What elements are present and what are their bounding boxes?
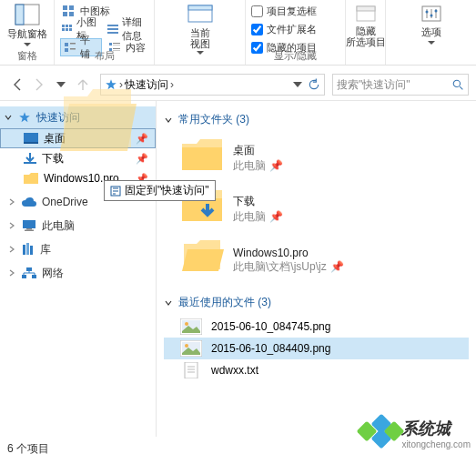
group-label-layout: 布局 bbox=[55, 49, 154, 63]
chevron-down-icon bbox=[164, 298, 173, 308]
search-box[interactable]: 搜索"快速访问" bbox=[332, 74, 469, 96]
desktop-icon bbox=[24, 133, 38, 144]
sidebar-item-label: 网络 bbox=[42, 266, 64, 281]
group-frequent-label: 常用文件夹 (3) bbox=[178, 112, 249, 127]
svg-rect-2 bbox=[63, 5, 67, 10]
sidebar-item-desktop[interactable]: 桌面 📌 bbox=[0, 128, 156, 148]
sidebar-network[interactable]: 网络 bbox=[0, 263, 156, 283]
chevron-down-icon bbox=[164, 116, 173, 125]
svg-rect-42 bbox=[26, 243, 29, 255]
pc-icon bbox=[22, 220, 36, 231]
svg-rect-9 bbox=[62, 28, 65, 31]
file-name: wdwxx.txt bbox=[211, 364, 258, 377]
details-icon bbox=[107, 23, 118, 35]
svg-rect-11 bbox=[69, 28, 72, 31]
dropdown-icon bbox=[24, 43, 31, 46]
nav-history-button[interactable] bbox=[51, 75, 71, 95]
item-sub: 此电脑 bbox=[233, 159, 266, 172]
pin-icon: 📌 bbox=[269, 210, 283, 223]
svg-rect-13 bbox=[107, 28, 118, 30]
chk-item-checkboxes[interactable]: 项目复选框 bbox=[251, 2, 339, 20]
file-item[interactable]: wdwxx.txt bbox=[164, 359, 469, 381]
sidebar-quick-access[interactable]: 快速访问 bbox=[0, 106, 156, 128]
file-item[interactable]: 2015-06-10_084409.png bbox=[164, 338, 469, 359]
folder-item-win10pro[interactable]: Windows10.pro 此电脑\文档\jsUp\jz📌 bbox=[164, 235, 469, 286]
options-button[interactable]: 选项 bbox=[420, 4, 443, 45]
ribbon-toolbar: 导航窗格 窗格 中图标 小图标 详细信息 平铺 bbox=[0, 0, 476, 66]
watermark: 系统城 xitongcheng.com bbox=[354, 415, 471, 451]
group-recent-files[interactable]: 最近使用的文件 (3) bbox=[164, 295, 469, 310]
svg-rect-37 bbox=[24, 162, 36, 164]
group-label-pane: 窗格 bbox=[0, 49, 54, 63]
svg-rect-4 bbox=[63, 12, 67, 16]
nav-pane-label: 导航窗格 bbox=[7, 27, 47, 41]
sidebar-quick-access-label: 快速访问 bbox=[36, 110, 80, 126]
nav-pane-button[interactable]: 导航窗格 bbox=[7, 4, 47, 46]
refresh-icon[interactable] bbox=[308, 78, 320, 91]
file-name: 2015-06-10_084745.png bbox=[211, 320, 330, 333]
item-name: 下载 bbox=[233, 194, 283, 209]
nav-forward-button[interactable] bbox=[29, 75, 49, 95]
current-view-label: 当前 视图 bbox=[190, 27, 210, 49]
chk-file-ext-label: 文件扩展名 bbox=[267, 23, 317, 36]
address-bar[interactable]: › 快速访问 › bbox=[100, 74, 325, 96]
svg-rect-15 bbox=[65, 43, 68, 46]
options-label: 选项 bbox=[421, 25, 441, 39]
svg-rect-44 bbox=[26, 267, 32, 271]
svg-rect-5 bbox=[69, 12, 74, 16]
checkbox-icon[interactable] bbox=[251, 5, 263, 17]
sidebar-item-label: OneDrive bbox=[42, 196, 88, 208]
hide-icon bbox=[354, 4, 378, 24]
svg-rect-19 bbox=[109, 43, 112, 45]
nav-pane-icon bbox=[15, 4, 40, 25]
watermark-url: xitongcheng.com bbox=[401, 439, 471, 449]
sidebar-item-label: 桌面 bbox=[44, 131, 66, 146]
dropdown-icon[interactable] bbox=[293, 82, 302, 87]
download-icon bbox=[24, 152, 36, 165]
sidebar-item-label: 下载 bbox=[42, 151, 64, 166]
image-file-icon bbox=[180, 340, 202, 357]
svg-rect-43 bbox=[30, 246, 33, 255]
nav-up-button[interactable] bbox=[73, 75, 93, 95]
svg-rect-21 bbox=[113, 45, 120, 45]
watermark-title: 系统城 bbox=[401, 418, 471, 439]
chk-file-ext[interactable]: 文件扩展名 bbox=[251, 20, 339, 38]
sidebar-thispc[interactable]: 此电脑 bbox=[0, 216, 156, 236]
sidebar-item-label: 此电脑 bbox=[42, 218, 75, 234]
sidebar-item-label: 库 bbox=[40, 242, 51, 257]
file-name: 2015-06-10_084409.png bbox=[211, 342, 330, 355]
chk-item-checkboxes-label: 项目复选框 bbox=[267, 5, 317, 18]
current-view-button[interactable]: 当前 视图 bbox=[187, 4, 214, 55]
svg-line-34 bbox=[460, 86, 462, 89]
nav-back-button[interactable] bbox=[7, 75, 27, 95]
group-frequent-folders[interactable]: 常用文件夹 (3) bbox=[164, 112, 469, 127]
svg-rect-8 bbox=[69, 25, 72, 27]
folder-icon bbox=[180, 136, 224, 180]
watermark-logo-icon bbox=[354, 415, 396, 451]
network-icon bbox=[22, 267, 36, 278]
item-sub: 此电脑\文档\jsUp\jz bbox=[233, 260, 327, 273]
group-recent-label: 最近使用的文件 (3) bbox=[178, 295, 271, 310]
checkbox-icon[interactable] bbox=[251, 24, 263, 35]
breadcrumb-quick-access[interactable]: 快速访问 bbox=[125, 77, 168, 93]
svg-rect-45 bbox=[22, 275, 26, 278]
layout-details[interactable]: 详细信息 bbox=[106, 20, 148, 38]
svg-point-53 bbox=[185, 344, 188, 348]
chevron-right-icon bbox=[7, 268, 16, 277]
options-icon bbox=[420, 4, 443, 24]
chevron-down-icon bbox=[4, 113, 13, 122]
sidebar-item-downloads[interactable]: 下载 📌 bbox=[0, 148, 156, 168]
pin-icon: 📌 bbox=[136, 153, 148, 165]
chevron-right-icon bbox=[7, 197, 16, 207]
search-placeholder: 搜索"快速访问" bbox=[337, 77, 410, 93]
item-name: 桌面 bbox=[233, 143, 283, 158]
svg-rect-54 bbox=[185, 362, 197, 378]
chevron-right-icon: › bbox=[119, 78, 123, 91]
sidebar-libraries[interactable]: 库 bbox=[0, 239, 156, 259]
image-file-icon bbox=[180, 318, 202, 335]
hide-selected-button[interactable]: 隐藏 所选项目 bbox=[346, 4, 386, 47]
file-item[interactable]: 2015-06-10_084745.png bbox=[164, 316, 469, 338]
svg-point-32 bbox=[434, 10, 437, 13]
chevron-down-icon bbox=[56, 82, 66, 87]
folder-item-desktop[interactable]: 桌面 此电脑📌 bbox=[164, 133, 469, 184]
